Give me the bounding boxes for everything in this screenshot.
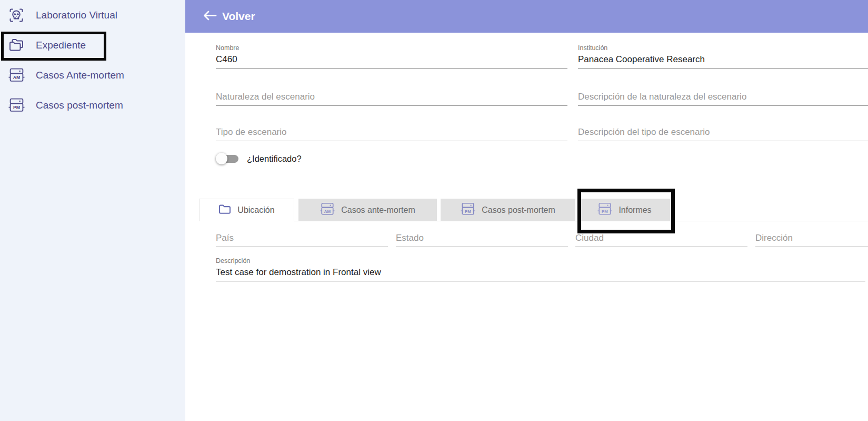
naturaleza-field — [216, 91, 567, 106]
sidebar-item-expediente[interactable]: Expediente — [0, 30, 185, 60]
skull-scan-icon — [7, 7, 25, 24]
tipo-input[interactable] — [216, 126, 567, 139]
pm-badge: PM — [602, 209, 608, 214]
pais-input[interactable] — [216, 232, 388, 244]
tipo-desc-input[interactable] — [578, 126, 868, 139]
estado-input[interactable] — [396, 232, 568, 244]
folders-icon — [7, 37, 25, 54]
naturaleza-input[interactable] — [216, 91, 567, 103]
header-bar: Volver — [185, 0, 868, 33]
folder-icon — [218, 204, 231, 217]
ciudad-input[interactable] — [575, 232, 747, 244]
back-button-label: Volver — [222, 10, 255, 23]
pm-badge: PM — [13, 105, 19, 110]
tab-bar: Ubicación AM Casos ante-mortem — [199, 199, 868, 221]
nombre-field: Nombre — [216, 44, 567, 68]
estado-field — [396, 232, 568, 247]
identificado-row: ¿Identificado? — [216, 153, 302, 164]
tipo-field — [216, 126, 567, 141]
arrow-left-icon — [203, 10, 217, 23]
ciudad-field — [575, 232, 747, 247]
tab-casos-ante-mortem[interactable]: AM Casos ante-mortem — [298, 199, 437, 221]
sidebar-item-laboratorio-virtual[interactable]: Laboratorio Virtual — [0, 0, 185, 30]
institucion-label: Institución — [578, 44, 868, 53]
main-content: Nombre Institución ¿Identificado? — [185, 33, 868, 421]
tipo-desc-field — [578, 126, 868, 141]
identificado-label: ¿Identificado? — [247, 154, 302, 164]
pais-field — [216, 232, 388, 247]
nombre-label: Nombre — [216, 44, 567, 53]
tab-label: Casos ante-mortem — [341, 205, 415, 215]
sidebar-item-label: Casos post-mortem — [36, 100, 123, 111]
naturaleza-desc-field — [578, 91, 868, 106]
naturaleza-desc-input[interactable] — [578, 91, 868, 103]
tab-label: Casos post-mortem — [482, 205, 555, 215]
drawer-pm-icon: PM — [597, 202, 612, 218]
sidebar-item-label: Laboratorio Virtual — [36, 9, 117, 21]
drawer-am-icon: AM — [320, 202, 335, 218]
am-badge: AM — [13, 75, 20, 80]
direccion-field — [755, 232, 868, 247]
tab-ubicacion[interactable]: Ubicación — [199, 199, 294, 221]
descripcion-label: Descripción — [216, 257, 865, 266]
sidebar: Laboratorio Virtual Expediente AM Casos … — [0, 0, 185, 421]
sidebar-item-casos-post-mortem[interactable]: PM Casos post-mortem — [0, 90, 185, 120]
direccion-input[interactable] — [755, 232, 868, 244]
tab-label: Informes — [618, 205, 651, 215]
drawer-am-icon: AM — [7, 67, 25, 84]
descripcion-field: Descripción — [216, 257, 865, 281]
drawer-pm-icon: PM — [461, 202, 475, 218]
descripcion-input[interactable] — [216, 266, 865, 279]
institucion-input[interactable] — [578, 53, 868, 66]
sidebar-item-label: Expediente — [36, 40, 86, 51]
identificado-toggle[interactable] — [216, 153, 240, 164]
pm-badge: PM — [465, 209, 471, 214]
nombre-input[interactable] — [216, 53, 567, 66]
tab-casos-post-mortem[interactable]: PM Casos post-mortem — [441, 199, 575, 221]
back-button[interactable]: Volver — [203, 10, 255, 23]
sidebar-item-casos-ante-mortem[interactable]: AM Casos Ante-mortem — [0, 60, 185, 90]
institucion-field: Institución — [578, 44, 868, 68]
tab-label: Ubicación — [237, 205, 274, 215]
toggle-knob — [216, 153, 227, 164]
drawer-pm-icon: PM — [7, 97, 25, 114]
tab-informes[interactable]: PM Informes — [579, 199, 670, 221]
sidebar-item-label: Casos Ante-mortem — [36, 70, 124, 81]
am-badge: AM — [324, 209, 331, 214]
